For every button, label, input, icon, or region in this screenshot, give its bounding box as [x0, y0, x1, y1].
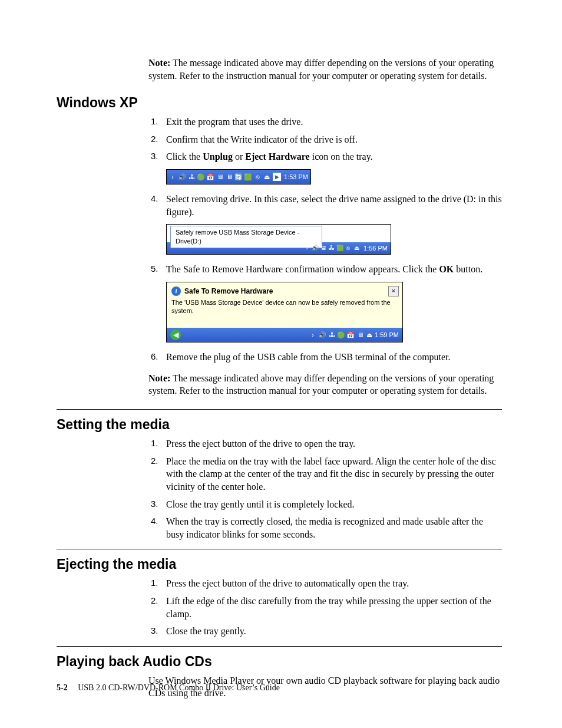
page: Note: The message indicated above may di…: [0, 0, 562, 728]
volume-icon: 🔊: [312, 245, 319, 252]
winxp-step-4-text: Select removing drive. In this case, sel…: [166, 194, 502, 217]
ejecting-step-2: Lift the edge of the disc carefully from…: [164, 595, 502, 620]
section-rule-2: [57, 549, 502, 549]
balloon-body-text: The 'USB Mass Storage Device' device can…: [171, 299, 391, 314]
intro-note: Note: The message indicated above may di…: [148, 57, 502, 82]
popup-top: Safely remove USB Mass Storage Device - …: [167, 225, 391, 242]
refresh-icon: 🔄: [234, 173, 243, 181]
setting-step-3: Close the tray gently until it is comple…: [164, 498, 502, 511]
tray-time: 1:53 PM: [284, 173, 308, 182]
media-play-icon: ▶: [273, 173, 281, 181]
eject-hardware-icon[interactable]: ⏏: [365, 331, 373, 339]
note-label: Note:: [148, 58, 170, 68]
t: OK: [439, 264, 454, 274]
heading-ejecting-media: Ejecting the media: [57, 555, 502, 574]
section-rule-3: [57, 646, 502, 647]
chevron-icon: ›: [303, 245, 310, 252]
heading-playing-audio-cds: Playing back Audio CDs: [57, 653, 502, 671]
close-icon[interactable]: ×: [388, 286, 399, 297]
ejecting-step-3: Close the tray gently.: [164, 625, 502, 638]
t: Lift the edge of the disc carefully from…: [166, 596, 491, 619]
chevron-icon: ›: [168, 173, 177, 181]
tray-time-2: 1:56 PM: [363, 244, 388, 253]
note-label-2: Note:: [148, 373, 170, 383]
page-number: 5-2: [57, 683, 68, 692]
setting-step-1: Press the eject button of the drive to o…: [164, 437, 502, 450]
footer-title: USB 2.0 CD-RW/DVD-ROM Combo II Drive: Us…: [78, 683, 280, 692]
t: or: [233, 151, 245, 162]
antivirus-icon: 🟢: [197, 173, 205, 181]
winxp-step-5: The Safe to Remove Hardware confirmation…: [164, 263, 502, 342]
hardware-icon: 🟩: [244, 173, 252, 181]
monitor-icon: 🖥: [356, 331, 364, 339]
figure-safely-remove-menu: Safely remove USB Mass Storage Device - …: [166, 224, 502, 255]
display-icon: 🖥: [225, 173, 233, 181]
antivirus-icon: 🟢: [337, 331, 345, 339]
heading-windows-xp: Windows XP: [57, 94, 502, 112]
t: button.: [454, 264, 482, 274]
t: Unplug: [203, 151, 233, 162]
chevron-icon: ›: [309, 331, 317, 339]
usb-icon: ⎋: [253, 173, 262, 181]
network-icon: 🖧: [328, 245, 335, 252]
heading-setting-media: Setting the media: [57, 416, 502, 434]
network-icon: 🖧: [187, 173, 196, 181]
winxp-step-4: Select removing drive. In this case, sel…: [164, 193, 502, 255]
ejecting-step-1: Press the eject button of the drive to a…: [164, 577, 502, 590]
volume-icon: 🔊: [178, 173, 186, 181]
eject-hardware-icon[interactable]: ⏏: [263, 173, 271, 181]
figure-systray-1: › 🔊 🖧 🟢 📅 🖥 🖥 🔄 🟩 ⎋ ⏏ ▶ 1:53 PM: [166, 169, 502, 185]
system-tray: › 🔊 🖧 🟢 📅 🖥 🖥 🔄 🟩 ⎋ ⏏ ▶ 1:53 PM: [166, 169, 311, 185]
t: Eject Hardware: [245, 151, 309, 162]
eject-hardware-icon[interactable]: ⏏: [353, 245, 360, 252]
winxp-step-2: Confirm that the Write indicator of the …: [164, 133, 502, 146]
section-rule: [57, 409, 502, 410]
t: Press the eject button of the drive to o…: [166, 439, 355, 449]
taskbar: ◀ › 🔊 🖧 🟢 📅 🖥 ⏏ 1:59 PM: [167, 328, 402, 342]
winxp-step-6-text: Remove the plug of the USB cable from th…: [166, 352, 451, 362]
t: Click the: [166, 151, 203, 162]
usb-icon: ⎋: [345, 245, 352, 252]
hardware-icon: 🟩: [336, 245, 343, 252]
t: The Safe to Remove Hardware confirmation…: [166, 264, 439, 274]
setting-step-4: When the tray is correctly closed, the m…: [164, 515, 502, 541]
t: Close the tray gently until it is comple…: [166, 499, 355, 509]
start-button-icon[interactable]: ◀: [170, 330, 181, 340]
post-note: Note: The message indicated above may di…: [148, 372, 502, 397]
calendar-icon: 📅: [206, 173, 214, 181]
balloon-tail-icon: [352, 320, 361, 328]
balloon-title: Safe To Remove Hardware: [184, 286, 273, 296]
balloon-body: The 'USB Mass Storage Device' device can…: [167, 299, 402, 328]
winxp-step-6: Remove the plug of the USB cable from th…: [164, 351, 502, 364]
t: When the tray is correctly closed, the m…: [166, 516, 483, 539]
info-icon: i: [171, 286, 181, 296]
network-icon: 🖧: [328, 331, 336, 339]
post-note-text: The message indicated above may differ d…: [148, 373, 494, 396]
winxp-step-2-text: Confirm that the Write indicator of the …: [166, 134, 358, 144]
t: icon on the tray.: [310, 151, 373, 162]
intro-note-text: The message indicated above may differ d…: [148, 58, 494, 81]
winxp-step-3: Click the Unplug or Eject Hardware icon …: [164, 150, 502, 185]
setting-step-2: Place the media on the tray with the lab…: [164, 455, 502, 493]
body-column: Note: The message indicated above may di…: [148, 57, 502, 700]
monitor-icon: 🖥: [320, 245, 327, 252]
winxp-step-1-text: Exit the program that uses the drive.: [166, 117, 303, 127]
t: Close the tray gently.: [166, 626, 246, 636]
setting-steps: Press the eject button of the drive to o…: [148, 437, 502, 541]
winxp-steps: Exit the program that uses the drive. Co…: [148, 116, 502, 364]
safely-remove-menu-item[interactable]: Safely remove USB Mass Storage Device - …: [170, 226, 322, 248]
winxp-step-1: Exit the program that uses the drive.: [164, 116, 502, 129]
figure-safe-to-remove-balloon: i Safe To Remove Hardware × The 'USB Mas…: [166, 282, 502, 343]
t: Press the eject button of the drive to a…: [166, 578, 409, 588]
safe-to-remove-balloon: i Safe To Remove Hardware × The 'USB Mas…: [166, 282, 403, 343]
page-footer: 5-2 USB 2.0 CD-RW/DVD-ROM Combo II Drive…: [57, 683, 280, 693]
safely-remove-popup: Safely remove USB Mass Storage Device - …: [166, 224, 391, 255]
t: Place the media on the tray with the lab…: [166, 456, 496, 492]
tray-time-3: 1:59 PM: [375, 331, 399, 340]
calendar-icon: 📅: [346, 331, 355, 339]
ejecting-steps: Press the eject button of the drive to a…: [148, 577, 502, 637]
volume-icon: 🔊: [318, 331, 326, 339]
balloon-header: i Safe To Remove Hardware ×: [167, 282, 402, 299]
monitor-icon: 🖥: [216, 173, 224, 181]
